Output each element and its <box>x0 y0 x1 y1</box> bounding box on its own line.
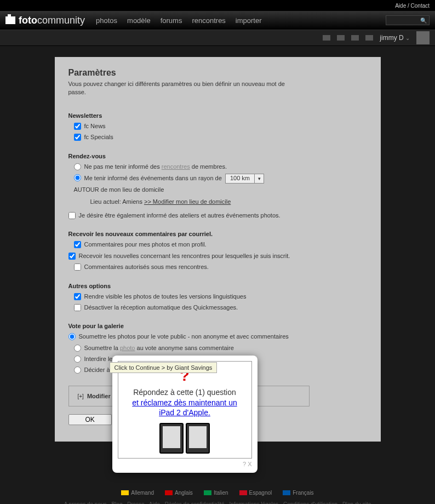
radio-vote-anon[interactable] <box>74 345 81 352</box>
lang-it[interactable]: Italien <box>204 490 228 496</box>
search-icon: 🔍 <box>420 18 427 24</box>
link-photo[interactable]: photo <box>120 345 135 351</box>
modifier-label: Modifier l' <box>87 393 116 399</box>
nav-modele[interactable]: modèle <box>127 16 151 25</box>
comments-heading: Recevoir les nouveaux commentaires par c… <box>68 231 367 237</box>
radio-no-inform[interactable] <box>74 163 81 170</box>
site-logo[interactable]: fotocommunity <box>5 15 85 26</box>
main-nav: photos modèle forums rencontres importer <box>96 16 262 25</box>
page-subtitle: Vous pouvez changer ici différents param… <box>68 80 288 97</box>
chevron-down-icon: ⌄ <box>405 35 410 41</box>
settings-panel: Paramètres Vous pouvez changer ici diffé… <box>55 57 381 442</box>
notify-icon[interactable] <box>365 35 373 41</box>
cloud-icon[interactable] <box>337 35 345 41</box>
lbl-disable-quickmsg: Désactiver la réception automatique des … <box>84 303 238 312</box>
vote-heading: Vote pour la galerie <box>68 323 367 329</box>
expand-icon: [+] <box>78 393 84 399</box>
flag-it-icon <box>204 490 211 495</box>
lbl-around-home: AUTOUR de mon lieu de domicile <box>74 186 367 193</box>
link-modify-location[interactable]: >> Modifier mon lieu de domicile <box>144 198 231 205</box>
ad-claim-link[interactable]: et réclamez dès maintenant un iPad 2 d'A… <box>124 398 246 417</box>
lbl-fc-news: fc News <box>84 122 106 130</box>
lbl-comments-photos: Commentaires pour mes photos et mon prof… <box>84 240 207 249</box>
avatar[interactable] <box>416 31 430 44</box>
ad-close[interactable]: ? X <box>118 461 252 467</box>
flag-en-icon <box>165 490 173 495</box>
lbl-ateliers: Je désire être également informé des ate… <box>79 211 281 220</box>
nav-forums[interactable]: forums <box>161 16 182 25</box>
ipad-icon <box>186 423 210 454</box>
cb-visible-all-langs[interactable] <box>74 293 81 300</box>
link-rencontres[interactable]: rencontres <box>162 163 190 170</box>
flag-es-icon <box>239 490 247 495</box>
lbl-comments-rencontres: Recevoir les nouvelles concernant les re… <box>79 252 290 260</box>
cb-comments-photos[interactable] <box>74 241 81 248</box>
cb-comments-rencontres[interactable] <box>68 253 76 260</box>
newsletters-heading: Newsletters <box>68 112 367 119</box>
ok-button[interactable]: OK <box>68 414 112 425</box>
ad-popup: Click to Continue > by Giant Savings ? R… <box>112 356 257 473</box>
logo-bold: foto <box>19 15 37 26</box>
chevron-down-icon: ▾ <box>254 174 264 183</box>
logo-light: community <box>37 15 85 26</box>
cb-fc-specials[interactable] <box>74 134 81 141</box>
lbl-vote-anon: Soumettre la photo au vote anonyme sans … <box>84 344 234 352</box>
help-contact-link[interactable]: Aide / Contact <box>395 3 430 9</box>
lang-fr[interactable]: Français <box>283 490 313 496</box>
distance-select[interactable]: 100 km▾ <box>225 174 264 184</box>
rdv-heading: Rendez-vous <box>68 153 367 159</box>
chat-icon[interactable] <box>351 35 359 41</box>
lbl-vote-public: Soumettre les photos pour le vote public… <box>79 333 289 341</box>
page-title: Paramètres <box>68 68 367 78</box>
mail-icon[interactable] <box>323 35 330 41</box>
lbl-visible-all-langs: Rendre visible les photos de toutes les … <box>84 293 247 301</box>
lang-en[interactable]: Anglais <box>165 490 193 496</box>
ad-tooltip[interactable]: Click to Continue > by Giant Savings <box>110 362 218 373</box>
nav-importer[interactable]: importer <box>236 16 262 25</box>
current-location: Lieu actuel: Amiens >> Modifier mon lieu… <box>90 198 367 205</box>
lbl-comments-auth: Commentaires autorisés sous mes rencontr… <box>84 263 209 271</box>
lang-de[interactable]: Allemand <box>121 490 154 496</box>
flag-fr-icon <box>283 490 290 495</box>
search-input[interactable]: 🔍 <box>386 15 430 25</box>
footer-links[interactable]: A propos de nous - Blog - Presse - Aide … <box>5 500 430 504</box>
lbl-inform-radius: Me tenir informé des événements dans un … <box>84 174 265 184</box>
ad-question: Répondez à cette (1) question <box>124 388 246 397</box>
radio-inform-radius[interactable] <box>74 174 81 181</box>
camera-icon <box>5 16 15 24</box>
nav-photos[interactable]: photos <box>96 16 117 25</box>
cb-comments-auth[interactable] <box>74 264 81 271</box>
cb-ateliers[interactable] <box>68 212 76 219</box>
radio-vote-forbid[interactable] <box>74 356 81 363</box>
page-footer: Allemand Anglais Italien Espagnol França… <box>0 484 435 504</box>
flag-de-icon <box>121 490 129 495</box>
cb-disable-quickmsg[interactable] <box>74 304 81 311</box>
nav-rencontres[interactable]: rencontres <box>192 16 225 25</box>
cb-fc-news[interactable] <box>74 123 81 130</box>
other-heading: Autres options <box>68 283 367 289</box>
lbl-no-inform: Ne pas me tenir informé des rencontres d… <box>84 163 227 171</box>
radio-vote-public[interactable] <box>68 333 76 340</box>
lbl-fc-specials: fc Specials <box>84 133 113 141</box>
username-label[interactable]: jimmy D ⌄ <box>380 34 410 42</box>
lang-es[interactable]: Espagnol <box>239 490 272 496</box>
ipad-icon <box>159 423 184 454</box>
radio-vote-decide[interactable] <box>74 366 81 374</box>
